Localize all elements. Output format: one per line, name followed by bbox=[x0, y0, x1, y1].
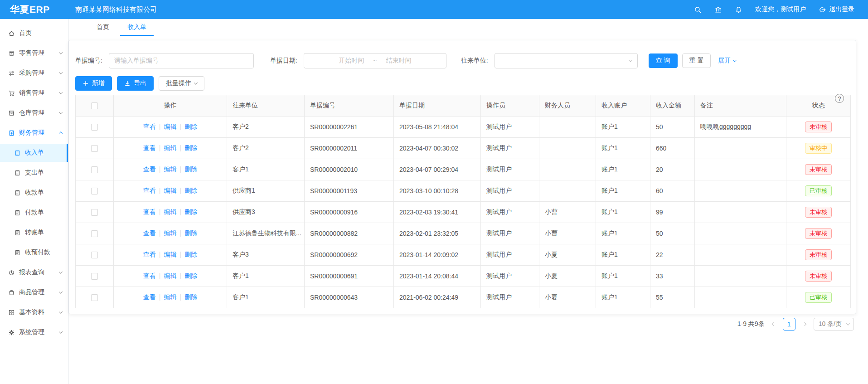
cell-bill-no: SR00000002011 bbox=[305, 138, 394, 159]
edit-link[interactable]: 编辑 bbox=[164, 229, 177, 237]
link-separator: | bbox=[159, 123, 161, 130]
search-button[interactable]: 查 询 bbox=[649, 53, 678, 68]
chevron-right-icon bbox=[802, 322, 806, 326]
row-checkbox[interactable] bbox=[91, 273, 98, 280]
edit-link[interactable]: 编辑 bbox=[164, 187, 177, 194]
cell-operator: 测试用户 bbox=[481, 244, 539, 266]
expand-link[interactable]: 展开 bbox=[718, 57, 736, 65]
sidebar-item-finance[interactable]: 财务管理 bbox=[0, 124, 68, 142]
sidebar-subitem-advance-receipt[interactable]: 收预付款 bbox=[0, 243, 68, 262]
row-checkbox[interactable] bbox=[91, 166, 98, 173]
sidebar-item-retail[interactable]: 零售管理 bbox=[0, 44, 68, 62]
row-checkbox[interactable] bbox=[91, 145, 98, 152]
batch-actions-button[interactable]: 批量操作 bbox=[159, 76, 204, 91]
bill-icon bbox=[14, 150, 21, 156]
sidebar-subitem-expense-bill[interactable]: 支出单 bbox=[0, 164, 68, 182]
view-link[interactable]: 查看 bbox=[143, 144, 156, 151]
table-row: 查看|编辑|删除 江苏德鲁生物科技有限... SR00000000882 202… bbox=[76, 223, 851, 244]
sidebar-subitem-transfer-bill[interactable]: 转账单 bbox=[0, 224, 68, 242]
delete-link[interactable]: 删除 bbox=[184, 144, 197, 151]
export-button[interactable]: 导出 bbox=[117, 76, 154, 91]
sidebar-item-purchase[interactable]: 采购管理 bbox=[0, 64, 68, 82]
logout-icon bbox=[819, 6, 826, 14]
cell-account: 账户1 bbox=[596, 266, 650, 287]
partner-label: 往来单位: bbox=[461, 57, 488, 65]
edit-link[interactable]: 编辑 bbox=[164, 165, 177, 173]
delete-link[interactable]: 删除 bbox=[184, 123, 197, 130]
edit-link[interactable]: 编辑 bbox=[164, 272, 177, 279]
page-number-1[interactable]: 1 bbox=[783, 318, 795, 331]
sidebar-item-system[interactable]: 系统管理 bbox=[0, 323, 68, 341]
delete-link[interactable]: 删除 bbox=[184, 165, 197, 173]
sidebar-subitem-receipt-bill[interactable]: 收款单 bbox=[0, 184, 68, 202]
bell-icon[interactable] bbox=[735, 6, 742, 14]
view-link[interactable]: 查看 bbox=[143, 165, 156, 173]
cell-account: 账户1 bbox=[596, 244, 650, 266]
view-link[interactable]: 查看 bbox=[143, 229, 156, 237]
row-checkbox[interactable] bbox=[91, 294, 98, 301]
link-separator: | bbox=[180, 165, 182, 173]
row-checkbox[interactable] bbox=[91, 124, 98, 131]
cell-bill-no: SR00000000643 bbox=[305, 287, 394, 308]
delete-link[interactable]: 删除 bbox=[184, 187, 197, 194]
link-separator: | bbox=[159, 165, 161, 173]
date-range-input[interactable]: 开始时间 ~ 结束时间 bbox=[304, 53, 446, 68]
link-separator: | bbox=[180, 229, 182, 237]
row-checkbox[interactable] bbox=[91, 252, 98, 258]
add-label: 新增 bbox=[92, 79, 105, 87]
bank-icon[interactable] bbox=[714, 6, 722, 14]
sidebar-item-warehouse[interactable]: 仓库管理 bbox=[0, 104, 68, 122]
sidebar-item-sales[interactable]: 销售管理 bbox=[0, 84, 68, 102]
delete-link[interactable]: 删除 bbox=[184, 208, 197, 215]
sidebar-item-home[interactable]: 首页 bbox=[0, 24, 68, 42]
add-button[interactable]: 新增 bbox=[75, 76, 112, 91]
select-all-checkbox[interactable] bbox=[91, 102, 98, 109]
search-icon[interactable] bbox=[694, 6, 702, 14]
header-account: 收入账户 bbox=[596, 95, 650, 117]
delete-link[interactable]: 删除 bbox=[184, 251, 197, 258]
delete-link[interactable]: 删除 bbox=[184, 293, 197, 301]
sidebar-subitem-payment-bill[interactable]: 付款单 bbox=[0, 204, 68, 222]
view-link[interactable]: 查看 bbox=[143, 293, 156, 301]
sidebar-item-basic[interactable]: 基本资料 bbox=[0, 303, 68, 321]
prev-page-button[interactable] bbox=[769, 318, 778, 331]
view-link[interactable]: 查看 bbox=[143, 187, 156, 194]
row-checkbox[interactable] bbox=[91, 230, 98, 237]
view-link[interactable]: 查看 bbox=[143, 208, 156, 215]
sidebar-subitem-income-bill[interactable]: 收入单 bbox=[0, 144, 68, 162]
delete-link[interactable]: 删除 bbox=[184, 229, 197, 237]
edit-link[interactable]: 编辑 bbox=[164, 144, 177, 151]
cell-amount: 60 bbox=[650, 180, 695, 202]
sidebar-item-report[interactable]: 报表查询 bbox=[0, 263, 68, 282]
cell-amount: 50 bbox=[650, 117, 695, 138]
view-link[interactable]: 查看 bbox=[143, 251, 156, 258]
page-size-select[interactable]: 10 条/页 bbox=[814, 318, 854, 331]
delete-link[interactable]: 删除 bbox=[184, 272, 197, 279]
row-checkbox[interactable] bbox=[91, 188, 98, 194]
link-separator: | bbox=[180, 293, 182, 301]
next-page-button[interactable] bbox=[800, 318, 809, 331]
cell-operator: 测试用户 bbox=[481, 138, 539, 159]
cell-account: 账户1 bbox=[596, 180, 650, 202]
status-badge: 未审核 bbox=[805, 271, 832, 282]
header-amount: 收入金额 bbox=[650, 95, 695, 117]
cell-bill-no: SR00000000692 bbox=[305, 244, 394, 266]
row-checkbox[interactable] bbox=[91, 209, 98, 216]
view-link[interactable]: 查看 bbox=[143, 123, 156, 130]
tab-home[interactable]: 首页 bbox=[89, 19, 116, 36]
tab-income-bill[interactable]: 收入单 bbox=[120, 19, 154, 36]
edit-link[interactable]: 编辑 bbox=[164, 208, 177, 215]
logout-button[interactable]: 退出登录 bbox=[819, 5, 854, 14]
bill-no-input[interactable]: 请输入单据编号 bbox=[109, 53, 254, 68]
sidebar-item-goods[interactable]: 商品管理 bbox=[0, 283, 68, 301]
income-bill-table: 操作 往来单位 单据编号 单据日期 操作员 财务人员 收入账户 收入金额 备注 … bbox=[75, 95, 851, 308]
help-icon[interactable]: ? bbox=[835, 94, 844, 103]
view-link[interactable]: 查看 bbox=[143, 272, 156, 279]
edit-link[interactable]: 编辑 bbox=[164, 123, 177, 130]
reset-button[interactable]: 重 置 bbox=[682, 53, 711, 68]
partner-select[interactable] bbox=[495, 53, 638, 68]
content-card: 单据编号: 请输入单据编号 单据日期: 开始时间 ~ 结束时间 往来单位: 查 … bbox=[68, 40, 856, 314]
pagination-summary: 1-9 共9条 bbox=[737, 320, 765, 328]
edit-link[interactable]: 编辑 bbox=[164, 251, 177, 258]
edit-link[interactable]: 编辑 bbox=[164, 293, 177, 301]
